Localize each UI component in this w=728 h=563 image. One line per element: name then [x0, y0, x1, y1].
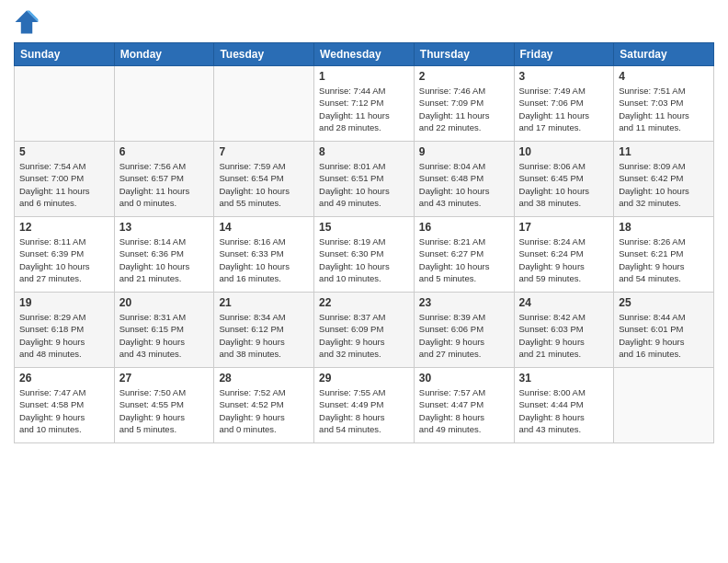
day-number: 14	[219, 221, 309, 234]
day-number: 20	[119, 296, 210, 309]
calendar-cell: 29Sunrise: 7:55 AM Sunset: 4:49 PM Dayli…	[314, 368, 415, 443]
day-info: Sunrise: 8:19 AM Sunset: 6:30 PM Dayligh…	[319, 236, 409, 284]
day-info: Sunrise: 8:09 AM Sunset: 6:42 PM Dayligh…	[619, 160, 709, 209]
calendar-cell: 16Sunrise: 8:21 AM Sunset: 6:27 PM Dayli…	[414, 217, 514, 293]
day-info: Sunrise: 8:01 AM Sunset: 6:51 PM Dayligh…	[319, 160, 409, 209]
calendar-cell: 17Sunrise: 8:24 AM Sunset: 6:24 PM Dayli…	[514, 217, 614, 293]
day-info: Sunrise: 8:39 AM Sunset: 6:06 PM Dayligh…	[419, 311, 509, 360]
day-info: Sunrise: 8:44 AM Sunset: 6:01 PM Dayligh…	[619, 311, 709, 360]
weekday-header-thursday: Thursday	[414, 43, 514, 66]
calendar-cell: 20Sunrise: 8:31 AM Sunset: 6:15 PM Dayli…	[114, 293, 214, 368]
calendar-cell	[614, 368, 714, 443]
calendar: SundayMondayTuesdayWednesdayThursdayFrid…	[14, 42, 714, 443]
day-number: 17	[519, 221, 609, 234]
logo	[14, 9, 43, 35]
day-info: Sunrise: 7:47 AM Sunset: 4:58 PM Dayligh…	[19, 386, 109, 435]
day-info: Sunrise: 8:37 AM Sunset: 6:09 PM Dayligh…	[319, 311, 409, 360]
day-info: Sunrise: 7:52 AM Sunset: 4:52 PM Dayligh…	[219, 386, 309, 435]
day-number: 18	[619, 221, 709, 234]
calendar-cell: 31Sunrise: 8:00 AM Sunset: 4:44 PM Dayli…	[514, 368, 614, 443]
week-row-4: 19Sunrise: 8:29 AM Sunset: 6:18 PM Dayli…	[15, 293, 714, 368]
calendar-cell	[214, 66, 314, 142]
calendar-cell: 18Sunrise: 8:26 AM Sunset: 6:21 PM Dayli…	[614, 217, 714, 293]
calendar-cell: 4Sunrise: 7:51 AM Sunset: 7:03 PM Daylig…	[614, 66, 714, 142]
day-info: Sunrise: 7:55 AM Sunset: 4:49 PM Dayligh…	[319, 386, 409, 435]
day-number: 24	[519, 296, 609, 309]
day-info: Sunrise: 7:50 AM Sunset: 4:55 PM Dayligh…	[119, 386, 210, 435]
day-number: 8	[319, 145, 409, 158]
day-number: 25	[619, 296, 709, 309]
day-info: Sunrise: 7:56 AM Sunset: 6:57 PM Dayligh…	[119, 160, 210, 209]
calendar-cell: 30Sunrise: 7:57 AM Sunset: 4:47 PM Dayli…	[414, 368, 514, 443]
logo-icon	[14, 9, 40, 35]
svg-marker-0	[16, 11, 39, 34]
calendar-cell: 14Sunrise: 8:16 AM Sunset: 6:33 PM Dayli…	[214, 217, 314, 293]
day-number: 6	[119, 145, 210, 158]
calendar-cell: 22Sunrise: 8:37 AM Sunset: 6:09 PM Dayli…	[314, 293, 415, 368]
calendar-cell: 7Sunrise: 7:59 AM Sunset: 6:54 PM Daylig…	[214, 142, 314, 217]
day-info: Sunrise: 8:42 AM Sunset: 6:03 PM Dayligh…	[519, 311, 609, 360]
day-info: Sunrise: 8:06 AM Sunset: 6:45 PM Dayligh…	[519, 160, 609, 209]
calendar-cell: 5Sunrise: 7:54 AM Sunset: 7:00 PM Daylig…	[15, 142, 115, 217]
day-info: Sunrise: 7:54 AM Sunset: 7:00 PM Dayligh…	[19, 160, 109, 209]
weekday-header-saturday: Saturday	[614, 43, 714, 66]
calendar-cell: 2Sunrise: 7:46 AM Sunset: 7:09 PM Daylig…	[414, 66, 514, 142]
day-number: 26	[19, 372, 109, 385]
day-info: Sunrise: 8:11 AM Sunset: 6:39 PM Dayligh…	[19, 236, 109, 284]
day-number: 21	[219, 296, 309, 309]
day-number: 7	[219, 145, 309, 158]
day-info: Sunrise: 7:46 AM Sunset: 7:09 PM Dayligh…	[419, 85, 509, 133]
calendar-cell	[114, 66, 214, 142]
calendar-cell: 1Sunrise: 7:44 AM Sunset: 7:12 PM Daylig…	[314, 66, 415, 142]
weekday-header-monday: Monday	[114, 43, 214, 66]
day-number: 16	[419, 221, 509, 234]
weekday-header-wednesday: Wednesday	[314, 43, 415, 66]
day-info: Sunrise: 8:00 AM Sunset: 4:44 PM Dayligh…	[519, 386, 609, 435]
day-number: 12	[19, 221, 109, 234]
day-number: 11	[619, 145, 709, 158]
calendar-cell	[15, 66, 115, 142]
day-number: 23	[419, 296, 509, 309]
day-number: 19	[19, 296, 109, 309]
day-number: 10	[519, 145, 609, 158]
day-info: Sunrise: 7:44 AM Sunset: 7:12 PM Dayligh…	[319, 85, 409, 133]
calendar-cell: 26Sunrise: 7:47 AM Sunset: 4:58 PM Dayli…	[15, 368, 115, 443]
day-info: Sunrise: 8:34 AM Sunset: 6:12 PM Dayligh…	[219, 311, 309, 360]
day-info: Sunrise: 8:21 AM Sunset: 6:27 PM Dayligh…	[419, 236, 509, 284]
day-number: 5	[19, 145, 109, 158]
day-info: Sunrise: 7:59 AM Sunset: 6:54 PM Dayligh…	[219, 160, 309, 209]
day-number: 30	[419, 372, 509, 385]
day-info: Sunrise: 7:49 AM Sunset: 7:06 PM Dayligh…	[519, 85, 609, 133]
weekday-header-friday: Friday	[514, 43, 614, 66]
calendar-cell: 27Sunrise: 7:50 AM Sunset: 4:55 PM Dayli…	[114, 368, 214, 443]
calendar-cell: 9Sunrise: 8:04 AM Sunset: 6:48 PM Daylig…	[414, 142, 514, 217]
day-number: 29	[319, 372, 409, 385]
week-row-5: 26Sunrise: 7:47 AM Sunset: 4:58 PM Dayli…	[15, 368, 714, 443]
day-info: Sunrise: 8:24 AM Sunset: 6:24 PM Dayligh…	[519, 236, 609, 284]
day-info: Sunrise: 8:16 AM Sunset: 6:33 PM Dayligh…	[219, 236, 309, 284]
day-number: 1	[319, 70, 409, 83]
day-info: Sunrise: 7:51 AM Sunset: 7:03 PM Dayligh…	[619, 85, 709, 133]
day-number: 2	[419, 70, 509, 83]
calendar-cell: 19Sunrise: 8:29 AM Sunset: 6:18 PM Dayli…	[15, 293, 115, 368]
calendar-cell: 3Sunrise: 7:49 AM Sunset: 7:06 PM Daylig…	[514, 66, 614, 142]
calendar-cell: 8Sunrise: 8:01 AM Sunset: 6:51 PM Daylig…	[314, 142, 415, 217]
day-info: Sunrise: 8:14 AM Sunset: 6:36 PM Dayligh…	[119, 236, 210, 284]
calendar-cell: 13Sunrise: 8:14 AM Sunset: 6:36 PM Dayli…	[114, 217, 214, 293]
calendar-cell: 23Sunrise: 8:39 AM Sunset: 6:06 PM Dayli…	[414, 293, 514, 368]
calendar-cell: 21Sunrise: 8:34 AM Sunset: 6:12 PM Dayli…	[214, 293, 314, 368]
day-info: Sunrise: 7:57 AM Sunset: 4:47 PM Dayligh…	[419, 386, 509, 435]
calendar-cell: 6Sunrise: 7:56 AM Sunset: 6:57 PM Daylig…	[114, 142, 214, 217]
day-number: 15	[319, 221, 409, 234]
calendar-cell: 24Sunrise: 8:42 AM Sunset: 6:03 PM Dayli…	[514, 293, 614, 368]
calendar-cell: 25Sunrise: 8:44 AM Sunset: 6:01 PM Dayli…	[614, 293, 714, 368]
weekday-header-sunday: Sunday	[15, 43, 115, 66]
day-info: Sunrise: 8:31 AM Sunset: 6:15 PM Dayligh…	[119, 311, 210, 360]
day-number: 28	[219, 372, 309, 385]
day-number: 13	[119, 221, 210, 234]
day-number: 27	[119, 372, 210, 385]
day-number: 4	[619, 70, 709, 83]
weekday-header-tuesday: Tuesday	[214, 43, 314, 66]
week-row-3: 12Sunrise: 8:11 AM Sunset: 6:39 PM Dayli…	[15, 217, 714, 293]
day-info: Sunrise: 8:04 AM Sunset: 6:48 PM Dayligh…	[419, 160, 509, 209]
